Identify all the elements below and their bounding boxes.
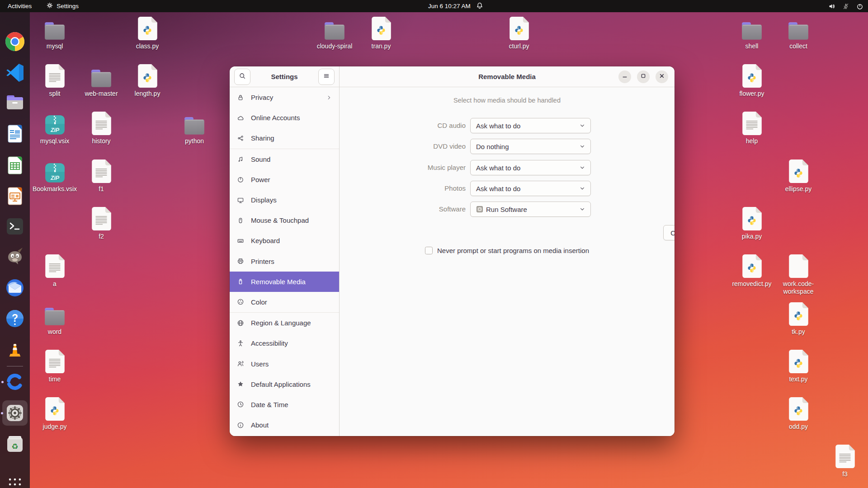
dock-item-trash[interactable]: ♻ (4, 433, 26, 455)
desktop-icon-removedict-py[interactable]: removedict.py (729, 254, 774, 288)
sidebar-item-accessibility[interactable]: Accessibility (230, 333, 339, 353)
software-dropdown[interactable]: Run Software (470, 202, 591, 217)
desktop-icon-label: flower.py (739, 90, 764, 98)
dock-item-calc[interactable] (4, 155, 26, 176)
dock-item-terminal[interactable] (4, 216, 26, 237)
maximize-icon (640, 72, 647, 81)
media-row-label: DVD video (340, 139, 466, 154)
desktop-icon-label: text.py (789, 375, 807, 383)
doc-file-icon (44, 254, 65, 278)
search-button[interactable] (234, 69, 250, 85)
desktop-icon-history[interactable]: history (79, 111, 124, 145)
sidebar-item-users[interactable]: Users (230, 353, 339, 374)
desktop-icon-word[interactable]: word (32, 302, 77, 336)
desktop-icon-label: class.py (136, 42, 159, 50)
doc-file-icon (835, 444, 855, 469)
desktop-icon-mysql[interactable]: mysql (32, 16, 77, 50)
sidebar-item-displays[interactable]: Displays (230, 190, 339, 210)
never-prompt-checkbox[interactable] (425, 247, 433, 254)
sidebar-item-sound[interactable]: Sound (230, 149, 339, 169)
media-row-label: Music player (340, 160, 466, 175)
desktop-icon-label: pika.py (742, 233, 762, 240)
dock-item-vlc[interactable] (4, 339, 26, 361)
dock-item-writer[interactable] (4, 123, 26, 145)
desktop-icon-text-py[interactable]: text.py (776, 349, 821, 383)
sidebar-item-privacy[interactable]: Privacy (230, 87, 339, 108)
sidebar-item-power[interactable]: Power (230, 169, 339, 190)
desktop-icon-cturl-py[interactable]: cturl.py (496, 16, 542, 50)
desktop-icon-time[interactable]: time (32, 349, 77, 383)
dock-item-gimp[interactable] (4, 246, 26, 267)
python-file-icon (741, 64, 762, 88)
desktop-icon-cloudy-spiral[interactable]: cloudy-spiral (312, 16, 357, 50)
sidebar-item-label: Sound (251, 155, 270, 163)
running-indicator-dot (1, 381, 4, 383)
desktop-icon-f1[interactable]: f1 (79, 159, 124, 193)
desktop-icon-ellipse-py[interactable]: ellipse.py (776, 159, 821, 193)
python-file-icon (788, 159, 809, 183)
dock-item-thunderbird[interactable] (4, 277, 26, 299)
window-titlebar[interactable]: Removable Media (340, 66, 675, 87)
show-apps-icon (6, 475, 24, 488)
sidebar-item-default-applications[interactable]: Default Applications (230, 374, 339, 394)
desktop-icon-shell[interactable]: shell (729, 16, 774, 50)
desktop-icon-mysql-vsix[interactable]: ZiPmysql.vsix (32, 111, 77, 145)
dock-item-chrome[interactable] (4, 31, 26, 52)
clock-button[interactable]: Jun 6 10:27 AM (428, 0, 483, 12)
desktop-icon-web-master[interactable]: web-master (79, 64, 124, 98)
other-media-button[interactable]: Other Media… (663, 225, 675, 240)
desktop-icon-bookmarks-vsix[interactable]: ZiPBookmarks.vsix (32, 159, 77, 193)
desktop-icon-python[interactable]: python (172, 111, 217, 145)
close-button[interactable] (656, 70, 668, 83)
desktop-icon-help[interactable]: help (729, 111, 774, 145)
desktop-icon-judge-py[interactable]: judge.py (32, 397, 77, 431)
dock-item-impress[interactable] (4, 185, 26, 207)
desktop-icon-f2[interactable]: f2 (79, 206, 124, 240)
minimize-button[interactable] (618, 70, 631, 83)
sidebar-item-region-language[interactable]: Region & Language (230, 313, 339, 333)
music-player-dropdown[interactable]: Ask what to do (470, 160, 591, 175)
folder-file-icon (90, 64, 113, 88)
photos-dropdown[interactable]: Ask what to do (470, 181, 591, 196)
desktop-icon-length-py[interactable]: length.py (125, 64, 170, 98)
sidebar-item-printers[interactable]: Printers (230, 251, 339, 272)
dock-item-help[interactable]: ? (4, 308, 26, 329)
desktop-icon-collect[interactable]: collect (776, 16, 821, 50)
system-status-area[interactable] (828, 0, 863, 12)
sidebar-item-date-time[interactable]: Date & Time (230, 394, 339, 415)
chevron-down-icon (579, 143, 586, 150)
chevron-down-icon (579, 122, 586, 129)
dock-item-blue-ring-app[interactable] (4, 371, 26, 393)
sidebar-item-online-accounts[interactable]: Online Accounts (230, 108, 339, 128)
desktop-icon-tk-py[interactable]: tk.py (776, 302, 821, 336)
desktop-icon-flower-py[interactable]: flower.py (729, 64, 774, 98)
desktop-icon-odd-py[interactable]: odd.py (776, 397, 821, 431)
dvd-video-dropdown[interactable]: Do nothing (470, 139, 591, 154)
desktop-icon-f3[interactable]: f3 (822, 444, 868, 478)
desktop-icon-label: Bookmarks.vsix (33, 185, 77, 193)
sidebar-item-keyboard[interactable]: Keyboard (230, 230, 339, 251)
app-menu-button[interactable]: Settings (42, 0, 83, 12)
dock-item-files[interactable] (4, 92, 26, 113)
dock-item-show-apps[interactable] (4, 474, 26, 488)
maximize-button[interactable] (637, 70, 650, 83)
help-icon: ? (5, 309, 25, 328)
desktop-icon-split[interactable]: split (32, 64, 77, 98)
activities-button[interactable]: Activities (4, 0, 36, 12)
dock-item-vscode[interactable] (4, 61, 26, 83)
sidebar-item-sharing[interactable]: Sharing (230, 128, 339, 148)
desktop-icon-work-code-workspace[interactable]: work.code-workspace (776, 254, 821, 295)
desktop-icon-a[interactable]: a (32, 254, 77, 288)
sidebar-item-mouse-touchpad[interactable]: Mouse & Touchpad (230, 210, 339, 230)
cd-audio-dropdown[interactable]: Ask what to do (470, 118, 591, 133)
sidebar-item-color[interactable]: Color (230, 292, 339, 312)
desktop-icon-label: removedict.py (732, 280, 771, 288)
dock-item-settings[interactable] (2, 400, 28, 426)
sidebar-item-about[interactable]: About (230, 415, 339, 435)
menu-button[interactable] (318, 69, 335, 85)
sidebar-item-removable-media[interactable]: Removable Media (230, 272, 339, 292)
desktop-icon-tran-py[interactable]: tran.py (359, 16, 404, 50)
python-file-icon (137, 16, 158, 41)
desktop-icon-class-py[interactable]: class.py (125, 16, 170, 50)
desktop-icon-pika-py[interactable]: pika.py (729, 206, 774, 240)
